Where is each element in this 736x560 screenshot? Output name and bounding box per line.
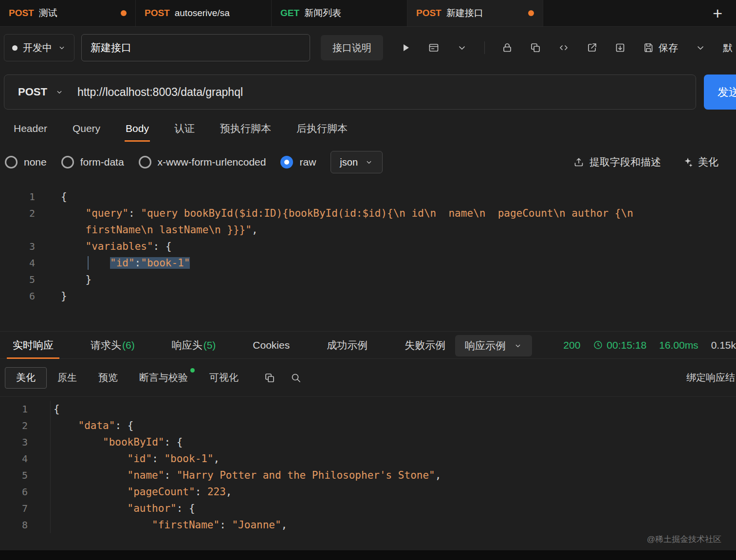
response-tab-count: (6) [122,339,135,351]
line-number: 7 [0,500,51,517]
code-icon [558,42,570,54]
body-type-label: raw [299,156,316,168]
copy-button[interactable] [530,42,541,54]
api-tab[interactable]: POST测试 [0,0,136,26]
request-tab[interactable]: 预执行脚本 [207,115,284,142]
body-format-label: json [340,157,358,168]
clone-button[interactable] [614,42,626,54]
request-tab[interactable]: Body [113,115,162,142]
environment-select[interactable]: 默认环境 [723,41,732,55]
body-type-label: form-data [80,156,124,168]
code-token: , [214,453,220,465]
share-button[interactable] [586,42,598,54]
response-tab[interactable]: 请求头(6) [83,332,143,358]
status-label: 开发中 [23,41,52,55]
tab-method-label: POST [9,8,34,19]
extract-fields-button[interactable]: 提取字段和描述 [573,155,661,169]
response-size: 0.15k [711,339,736,351]
body-type-radio[interactable]: form-data [61,156,124,168]
save-options-button[interactable] [695,42,706,54]
tab-method-label: POST [416,8,442,19]
code-line: 6} [0,288,736,304]
body-type-radio[interactable]: none [5,156,47,168]
api-tab[interactable]: GET新闻列表 [272,0,407,26]
request-body-editor[interactable]: 1{2"query": "query bookById($id:ID){book… [0,183,736,331]
run-panel-button[interactable] [428,42,440,54]
body-type-radio[interactable]: x-www-form-urlencoded [139,156,266,168]
response-sample-select[interactable]: 响应示例 [455,335,532,356]
beautify-button[interactable]: 美化 [681,155,718,169]
bind-response-button[interactable]: 绑定响应结 [686,371,735,384]
request-tab[interactable]: 认证 [162,115,207,142]
request-tab[interactable]: 后执行脚本 [284,115,360,142]
api-name-input[interactable] [81,34,310,61]
code-text: "name": "Harry Potter and the Philosophe… [54,467,736,484]
line-number: 4 [0,450,51,467]
response-tab[interactable]: Cookies [245,332,297,358]
body-format-select[interactable]: json [331,151,383,173]
code-token: : { [153,241,172,252]
request-tab[interactable]: Header [1,115,60,142]
api-tab[interactable]: POST新建接口 [407,0,543,26]
response-view-tab[interactable]: 可视化 [199,367,249,389]
response-search-button[interactable] [290,372,302,384]
beautify-label: 美化 [698,155,718,169]
response-view-tab[interactable]: 断言与校验 [129,367,199,389]
code-token: : [129,207,141,219]
response-duration: 16.00ms [659,339,699,351]
response-tab-count: (5) [203,339,216,351]
response-view-tab[interactable]: 美化 [5,367,47,389]
code-text: "pageCount": 223, [54,484,736,500]
lock-icon [501,42,513,54]
tab-title: 测试 [39,7,57,19]
unsaved-dot-icon [528,10,534,16]
save-icon [643,42,654,54]
response-tab[interactable]: 成功示例 [319,332,375,358]
response-tabs: 实时响应请求头(6)响应头(5)Cookies成功示例失败示例 [5,332,475,358]
code-token: } [61,290,67,302]
body-type-radio[interactable]: raw [280,156,316,168]
response-tab[interactable]: 响应头(5) [164,332,224,358]
code-line: 5"name": "Harry Potter and the Philosoph… [0,467,736,484]
line-number: 2 [0,417,51,434]
line-number: 2 [0,205,35,238]
save-button[interactable]: 保存 [643,41,678,55]
url-input[interactable] [77,75,696,109]
code-token: } [86,274,92,285]
panel-icon [428,42,440,54]
code-line: 1{ [0,188,736,205]
response-copy-button[interactable] [264,372,276,384]
tab-title: autoserive/sa [175,8,230,19]
response-view-tab[interactable]: 预览 [88,367,129,389]
send-button[interactable]: 发送 [704,75,736,110]
response-body-editor[interactable]: 1{2"data": {3"bookById": {4"id": "book-1… [0,397,736,550]
toolbar-divider [484,41,485,54]
api-doc-button[interactable]: 接口说明 [321,35,383,60]
request-tab[interactable]: Query [60,115,113,142]
run-options-button[interactable] [456,42,468,54]
run-button[interactable] [400,42,411,54]
response-tab[interactable]: 失败示例 [397,332,453,358]
api-status-select[interactable]: 开发中 [4,34,74,61]
code-text: { [54,401,736,417]
line-number: 3 [0,238,35,255]
code-token: "data" [78,420,115,431]
lock-button[interactable] [501,42,513,54]
new-tab-button[interactable]: + [699,0,736,26]
extract-fields-label: 提取字段和描述 [589,155,661,169]
line-number: 1 [0,401,51,417]
response-view-tab[interactable]: 原生 [47,367,88,389]
code-text: "author": { [54,500,736,517]
api-header: 开发中 接口说明 [0,27,736,69]
generate-code-button[interactable] [558,42,570,54]
api-tab[interactable]: POSTautoserive/sa [136,0,272,26]
method-select[interactable]: POST [4,75,77,109]
body-type-group: noneform-datax-www-form-urlencodedraw [5,156,316,168]
response-tab-label: 请求头 [91,338,121,352]
response-tab[interactable]: 实时响应 [5,332,61,358]
code-token: "firstName" [152,519,220,531]
code-line: 4"id": "book-1", [0,450,736,467]
code-line: 4"id":"book-1" [0,255,736,271]
line-number: 8 [0,517,51,533]
chevron-down-icon [57,43,66,52]
